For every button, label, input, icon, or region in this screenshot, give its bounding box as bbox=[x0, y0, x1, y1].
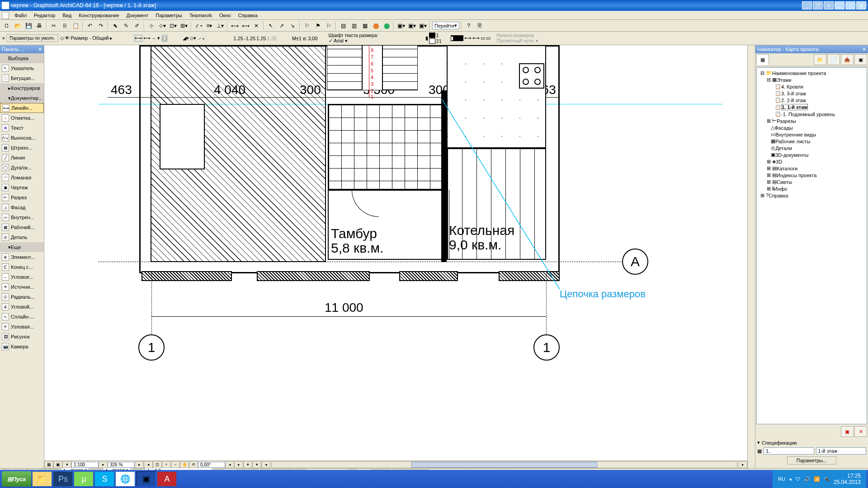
dim2-icon[interactable]: ⟷ bbox=[241, 21, 250, 31]
window2-icon[interactable]: ▣▾ bbox=[407, 21, 417, 31]
scroll-right-icon[interactable]: ▸ bbox=[738, 461, 747, 468]
marker3-icon[interactable]: ⟋▾ bbox=[197, 36, 205, 41]
mode1-icon[interactable]: ▢ bbox=[162, 35, 167, 42]
tool-spline[interactable]: ∿Сплайн-... bbox=[0, 312, 44, 322]
tray-shield-icon[interactable]: 🛡 bbox=[795, 476, 800, 482]
tree-facades[interactable]: △ Фасады bbox=[759, 124, 865, 131]
nav2-icon[interactable]: ↗ bbox=[277, 21, 287, 31]
nav-name-input[interactable]: 1-й этаж bbox=[816, 447, 867, 455]
zoom-prev-icon[interactable]: ◂ bbox=[144, 461, 153, 468]
tray-lang[interactable]: RU bbox=[778, 476, 785, 482]
tool-figure[interactable]: 🖼Рисунок bbox=[0, 332, 44, 342]
tool-angular[interactable]: ∡Угловой... bbox=[0, 302, 44, 312]
rotate-icon[interactable]: ⟲ bbox=[189, 461, 198, 468]
zoom-out-icon[interactable]: − bbox=[171, 461, 180, 468]
tool-arc[interactable]: ◯Дуга/ок... bbox=[0, 163, 44, 173]
hist-prev-icon[interactable]: ◂ bbox=[225, 461, 234, 468]
zoom-in-icon[interactable]: + bbox=[162, 461, 171, 468]
undo-icon[interactable]: ↶ bbox=[85, 21, 95, 31]
ruler-icon[interactable]: ⫽▾ bbox=[193, 21, 203, 31]
tree-help[interactable]: ⊞ ? Справка bbox=[759, 192, 865, 199]
tray-usb-icon[interactable]: 🔌 bbox=[824, 476, 830, 482]
tool-drawing[interactable]: ▣Чертеж bbox=[0, 183, 44, 192]
dim1-icon[interactable]: ⟷ bbox=[230, 21, 240, 31]
dropper-icon[interactable]: ✐ bbox=[132, 21, 142, 31]
print-icon[interactable]: 🖶 bbox=[34, 21, 44, 31]
tray-net-icon[interactable]: 🔊 bbox=[804, 476, 810, 482]
new-icon[interactable]: 🗋 bbox=[2, 21, 12, 31]
view-opt3-icon[interactable]: ▾ bbox=[62, 461, 71, 468]
paste-icon[interactable]: 📋 bbox=[71, 21, 80, 31]
arrow3-icon[interactable]: ▭ bbox=[481, 35, 485, 41]
nav-tab-views[interactable]: 📁 bbox=[814, 54, 826, 65]
pan-icon[interactable]: ✋ bbox=[180, 461, 189, 468]
redo-icon[interactable]: ↷ bbox=[96, 21, 106, 31]
tool-corner[interactable]: ⌐Угловое... bbox=[0, 272, 44, 282]
tree-floors[interactable]: ⊟ ▦ Этажи bbox=[759, 76, 865, 83]
scale-more-icon[interactable]: ▸ bbox=[99, 461, 108, 468]
pen-a-input[interactable]: 1 bbox=[436, 33, 450, 38]
snap3-icon[interactable]: ⊡▾ bbox=[168, 21, 178, 31]
dimtype2-icon[interactable]: ⟷ bbox=[143, 35, 151, 41]
tree-details[interactable]: ◎ Детали bbox=[759, 145, 865, 151]
tree-floor-2[interactable]: 📋 2. 2-й этаж bbox=[759, 97, 865, 103]
task-utorrent[interactable]: μ bbox=[74, 471, 94, 487]
ruler2-icon[interactable]: ≡▾ bbox=[204, 21, 214, 31]
minimize-outer-button[interactable]: _ bbox=[835, 1, 844, 9]
menu-params[interactable]: Параметры bbox=[152, 12, 186, 19]
scroll-left-icon[interactable]: ◂ bbox=[261, 461, 270, 468]
task-acrobat[interactable]: A bbox=[157, 471, 177, 487]
arrow2-icon[interactable]: ⟷ bbox=[472, 35, 480, 41]
close-opt-icon[interactable]: ✕ bbox=[2, 36, 5, 41]
goto-dropdown[interactable]: Перейти ▾ bbox=[432, 22, 459, 29]
nav1-icon[interactable]: ↖ bbox=[266, 21, 276, 31]
canvas-vscroll[interactable] bbox=[747, 45, 755, 468]
tray-wifi-icon[interactable]: 📶 bbox=[814, 476, 820, 482]
window3-icon[interactable]: ▣▾ bbox=[418, 21, 428, 31]
font-dropdown[interactable]: ✓ Arial ▾ bbox=[329, 38, 396, 44]
layer2-icon[interactable]: ▥ bbox=[349, 21, 359, 31]
dimtype1-icon[interactable]: ⟷ bbox=[134, 35, 142, 42]
close-outer-button[interactable]: ✕ bbox=[856, 1, 866, 9]
window1-icon[interactable]: ▣▾ bbox=[396, 21, 406, 31]
copy-icon[interactable]: ⎘ bbox=[60, 21, 70, 31]
toolbox-construct-header[interactable]: ▸ Конструиров bbox=[0, 83, 44, 93]
tool-pointer[interactable]: ↖Указатель bbox=[0, 63, 44, 73]
pen2-icon[interactable]: ▮ bbox=[451, 35, 463, 41]
tool-camera[interactable]: 📷Камера bbox=[0, 342, 44, 352]
tree-3d[interactable]: ⊞ ◈ 3D bbox=[759, 158, 865, 165]
green-icon[interactable]: ⬤ bbox=[382, 21, 392, 31]
marker1-icon[interactable]: ◢▾ bbox=[183, 35, 189, 41]
menu-teamwork[interactable]: Teamwork bbox=[186, 12, 216, 19]
drawing-canvas[interactable]: 463 4 040 300 3 300 300 3 040 463 8 bbox=[44, 45, 747, 460]
scale-display[interactable]: 1:100 bbox=[71, 462, 99, 468]
origin-dropdown[interactable]: Проектный нуль ▾ bbox=[497, 38, 565, 44]
menu-view[interactable]: Вид bbox=[59, 12, 75, 19]
scale-input[interactable]: 3,00 bbox=[308, 36, 317, 41]
close-child-button[interactable]: ✕ bbox=[824, 1, 834, 9]
tool-worksheet[interactable]: ▦Рабочий... bbox=[0, 222, 44, 232]
nav3-icon[interactable]: ↘ bbox=[288, 21, 297, 31]
nav-tab-publisher[interactable]: 📤 bbox=[841, 54, 854, 65]
snap1-icon[interactable]: ⊹ bbox=[146, 21, 156, 31]
nav-params-button[interactable]: Параметры... bbox=[787, 456, 837, 465]
snap4-icon[interactable]: ⊞▾ bbox=[179, 21, 189, 31]
task-photoshop[interactable]: Ps bbox=[53, 471, 73, 487]
tool-label[interactable]: A↘Выносна... bbox=[0, 133, 44, 143]
menu-edit[interactable]: Редактор bbox=[30, 12, 59, 19]
ruler3-icon[interactable]: ⊥▾ bbox=[215, 21, 225, 31]
hist-list2-icon[interactable]: ▾ bbox=[252, 461, 261, 468]
nav-tab-project[interactable]: ▦ bbox=[756, 54, 769, 65]
tree-interior[interactable]: ▭ Внутренние виды bbox=[759, 131, 865, 138]
save-icon[interactable]: 💾 bbox=[24, 21, 33, 31]
tool-element[interactable]: ⊕Элемент... bbox=[0, 252, 44, 262]
pick-icon[interactable]: ⬉ bbox=[110, 21, 120, 31]
tool-polyline[interactable]: 〰Ломаная bbox=[0, 173, 44, 183]
cut-icon[interactable]: ✂ bbox=[49, 21, 59, 31]
arrow4-icon[interactable]: ▭ bbox=[486, 35, 491, 41]
tool-interior[interactable]: ▭Внутрен... bbox=[0, 212, 44, 222]
dim-a-input[interactable]: 1.25 bbox=[234, 36, 243, 41]
hist-next-icon[interactable]: ▸ bbox=[234, 461, 243, 468]
tool-line[interactable]: ╱Линия bbox=[0, 153, 44, 163]
tool-detail[interactable]: ◎Деталь bbox=[0, 232, 44, 242]
